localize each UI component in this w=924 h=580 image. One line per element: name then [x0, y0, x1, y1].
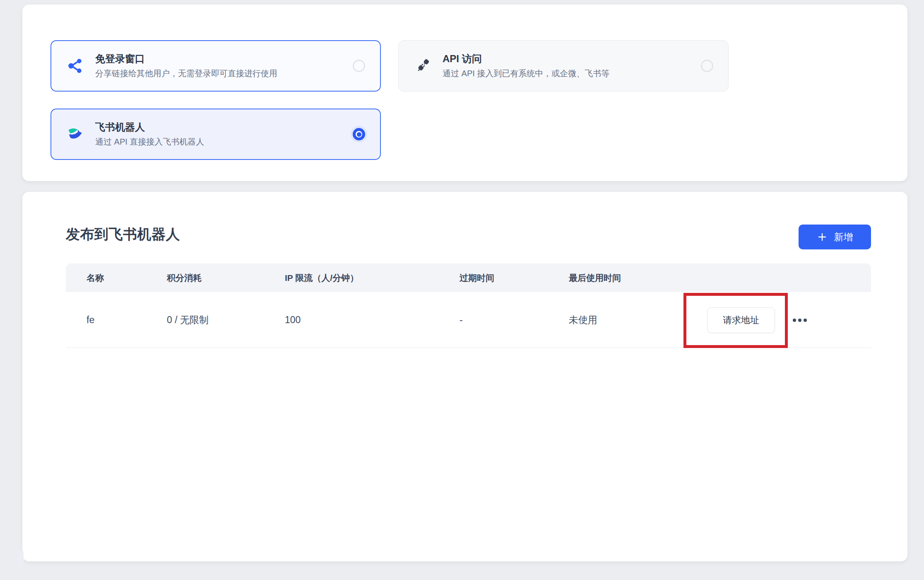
channel-card-api-access[interactable]: API 访问 通过 API 接入到已有系统中，或企微、飞书等	[398, 40, 729, 92]
channel-card-feishu-bot[interactable]: 飞书机器人 通过 API 直接接入飞书机器人	[51, 109, 381, 160]
header-name: 名称	[87, 272, 167, 284]
page: 免登录窗口 分享链接给其他用户，无需登录即可直接进行使用	[0, 0, 924, 580]
radio-dot	[357, 132, 361, 137]
plus-icon	[817, 232, 828, 242]
cell-expire-time: -	[460, 314, 569, 326]
card-description: 通过 API 接入到已有系统中，或企微、飞书等	[443, 68, 701, 78]
card-text: 飞书机器人 通过 API 直接接入飞书机器人	[95, 122, 353, 146]
card-text: API 访问 通过 API 接入到已有系统中，或企微、飞书等	[443, 53, 701, 78]
add-button[interactable]: 新增	[799, 225, 871, 249]
radio-unselected-icon[interactable]	[353, 60, 365, 72]
cell-name: fe	[87, 314, 167, 326]
card-text: 免登录窗口 分享链接给其他用户，无需登录即可直接进行使用	[95, 53, 353, 78]
section-title: 发布到飞书机器人	[66, 225, 180, 244]
publish-channel-panel: 免登录窗口 分享链接给其他用户，无需登录即可直接进行使用	[22, 5, 907, 181]
dot	[793, 319, 796, 322]
dot	[798, 319, 801, 322]
table-header-row: 名称 积分消耗 IP 限流（人/分钟） 过期时间 最后使用时间	[66, 263, 871, 292]
add-button-label: 新增	[834, 231, 853, 244]
publish-table: 名称 积分消耗 IP 限流（人/分钟） 过期时间 最后使用时间 fe 0 / 无…	[66, 263, 871, 348]
radio-unselected-icon[interactable]	[701, 60, 713, 72]
channel-card-share-window[interactable]: 免登录窗口 分享链接给其他用户，无需登录即可直接进行使用	[51, 40, 381, 92]
card-description: 通过 API 直接接入飞书机器人	[95, 137, 353, 147]
request-url-button[interactable]: 请求地址	[707, 307, 775, 333]
row-more-menu-icon[interactable]	[793, 315, 807, 325]
header-points: 积分消耗	[167, 272, 285, 284]
dot	[804, 319, 807, 322]
header-last-used: 最后使用时间	[569, 272, 871, 284]
card-title: 免登录窗口	[95, 53, 353, 64]
radio-selected-icon[interactable]	[353, 128, 365, 140]
header-expire-time: 过期时间	[460, 272, 569, 284]
cell-ip-limit: 100	[285, 314, 460, 326]
plug-icon	[414, 57, 432, 75]
feishu-logo-icon	[66, 125, 84, 143]
card-description: 分享链接给其他用户，无需登录即可直接进行使用	[95, 68, 353, 78]
corner-artifact	[17, 551, 24, 563]
header-ip-limit: IP 限流（人/分钟）	[285, 272, 460, 284]
card-title: 飞书机器人	[95, 122, 353, 133]
share-nodes-icon	[66, 57, 84, 75]
card-title: API 访问	[443, 53, 701, 64]
feishu-bot-publish-panel: 发布到飞书机器人 新增 名称 积分消耗 IP 限流（人/分钟） 过期时间 最后使…	[22, 192, 907, 561]
cell-points: 0 / 无限制	[167, 314, 285, 326]
